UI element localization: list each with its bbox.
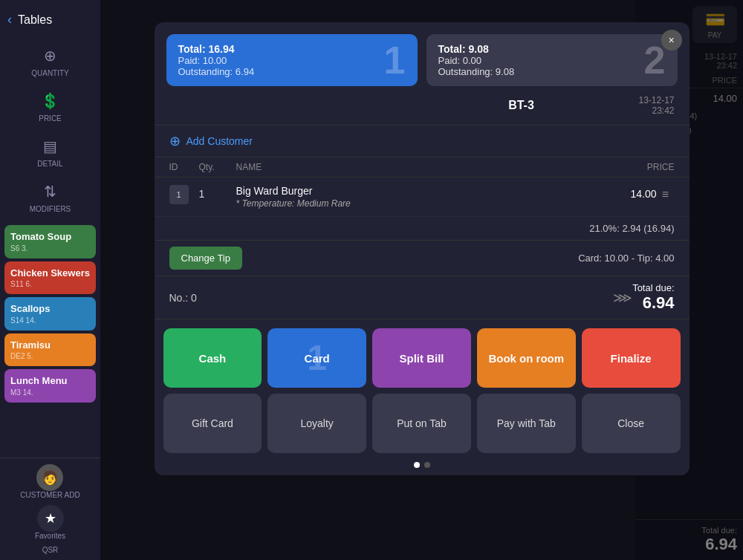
menu-item-tiramisu[interactable]: Tiramisu DE2 5.: [4, 333, 96, 367]
menu-item-scallops[interactable]: Scallops S14 14.: [4, 297, 96, 331]
close-icon: ×: [668, 34, 674, 46]
dot-1[interactable]: [414, 462, 420, 468]
customer-add-button[interactable]: 🧑 CUSTOMER ADD: [20, 464, 80, 499]
row-id-cell: 1: [169, 185, 199, 204]
row-menu-icon[interactable]: ≡: [657, 185, 675, 201]
split-tabs: Total: 16.94 Paid: 10.00 Outstanding: 6.…: [155, 22, 690, 86]
sidebar-bottom: 🧑 CUSTOMER ADD ★ Favorites QSR: [0, 458, 100, 560]
customer-add-label: CUSTOMER ADD: [20, 491, 80, 499]
tab2-total: Total: 9.08: [438, 43, 666, 55]
menu-items-list: Tomato Soup S6 3. Chicken Skewers S11 6.…: [0, 222, 100, 458]
order-id: BT-3: [403, 99, 638, 112]
put-on-tab-button[interactable]: Put on Tab: [372, 394, 471, 453]
card-tip-info: Card: 10.00 - Tip: 4.00: [578, 253, 674, 264]
change-tip-button[interactable]: Change Tip: [169, 247, 243, 270]
add-customer-button[interactable]: ⊕ Add Customer: [155, 126, 690, 157]
tab2-paid: Paid: 0.00: [438, 55, 666, 66]
finalize-button[interactable]: Finalize: [582, 328, 681, 388]
header-qty: Qty.: [199, 162, 236, 172]
sidebar-header[interactable]: ‹ Tables: [0, 0, 100, 36]
modifiers-label: MODIFIERS: [30, 205, 71, 213]
menu-item-meta: M3 14.: [10, 388, 90, 397]
tab1-outstanding: Outstanding: 6.94: [178, 66, 406, 77]
payment-grid-row1: Cash 1 Card Split Bill Book on room Fina…: [155, 319, 690, 394]
menu-item-meta: S6 3.: [10, 244, 90, 253]
pagination-dots: [155, 459, 690, 475]
menu-item-chicken-skewers[interactable]: Chicken Skewers S11 6.: [4, 261, 96, 295]
header-name: NAME: [236, 162, 615, 172]
no-row: No.: 0 ⋙ Total due: 6.94: [155, 276, 690, 319]
tab1-total: Total: 16.94: [178, 43, 406, 55]
row-price-cell: 14.00: [597, 185, 657, 200]
cash-label: Cash: [199, 352, 227, 365]
loyalty-label: Loyalty: [301, 417, 334, 429]
order-item-row[interactable]: 1 1 Big Ward Burger * Temperature: Mediu…: [155, 178, 690, 217]
menu-item-name: Lunch Menu: [10, 375, 90, 387]
quantity-icon: ⊕: [40, 45, 61, 66]
tool-quantity[interactable]: ⊕ QUANTITY: [4, 39, 96, 83]
split-bill-button[interactable]: Split Bill: [372, 328, 471, 388]
book-on-room-label: Book on room: [488, 352, 564, 365]
close-button[interactable]: Close: [582, 394, 681, 453]
pay-with-tab-label: Pay with Tab: [497, 417, 556, 429]
loyalty-button[interactable]: Loyalty: [267, 394, 366, 453]
card-label: Card: [305, 352, 330, 365]
split-bill-label: Split Bill: [399, 352, 444, 365]
item-name: Big Ward Burger: [236, 185, 597, 197]
favorites-label: Favorites: [35, 532, 65, 540]
order-timestamp: 13-12-1723:42: [638, 95, 674, 116]
split-tab-1[interactable]: Total: 16.94 Paid: 10.00 Outstanding: 6.…: [166, 34, 418, 86]
sidebar: ‹ Tables ⊕ QUANTITY 💲 PRICE ▤ DETAIL ⇅ M…: [0, 0, 100, 560]
favorites-star-icon: ★: [37, 505, 64, 532]
price-label: PRICE: [39, 114, 62, 123]
modal-close-button[interactable]: ×: [661, 30, 682, 51]
put-on-tab-label: Put on Tab: [397, 417, 447, 429]
tab1-number: 1: [384, 41, 406, 79]
order-header: BT-3 13-12-1723:42: [155, 86, 690, 126]
modal-overlay: × Total: 16.94 Paid: 10.00 Outstanding: …: [100, 0, 743, 560]
split-tab-2[interactable]: Total: 9.08 Paid: 0.00 Outstanding: 9.08…: [426, 34, 678, 86]
menu-item-tomato-soup[interactable]: Tomato Soup S6 3.: [4, 225, 96, 258]
menu-item-meta: DE2 5.: [10, 352, 90, 360]
menu-item-name: Scallops: [10, 303, 90, 315]
detail-icon: ▤: [40, 136, 61, 157]
detail-label: DETAIL: [37, 160, 62, 168]
main-area: 💳 PAY 13-12-1723:42 Course PRICE 14.00 %…: [100, 0, 743, 560]
menu-item-meta: S11 6.: [10, 280, 90, 288]
table-header: ID Qty. NAME PRICE: [155, 157, 690, 178]
tab2-number: 2: [644, 41, 666, 79]
add-customer-label: Add Customer: [186, 135, 253, 147]
favorites-button[interactable]: ★ Favorites: [35, 505, 65, 540]
modifiers-icon: ⇅: [40, 181, 61, 202]
tool-modifiers[interactable]: ⇅ MODIFIERS: [4, 175, 96, 219]
tool-price[interactable]: 💲 PRICE: [4, 85, 96, 128]
double-chevron-icon: ⋙: [613, 290, 632, 306]
cash-button[interactable]: Cash: [163, 328, 262, 388]
tip-row: Change Tip Card: 10.00 - Tip: 4.00: [155, 241, 690, 276]
tab1-paid: Paid: 10.00: [178, 55, 406, 66]
back-arrow-icon: ‹: [7, 12, 12, 27]
dot-2[interactable]: [424, 462, 430, 468]
payment-modal: × Total: 16.94 Paid: 10.00 Outstanding: …: [155, 22, 690, 475]
customer-avatar: 🧑: [36, 464, 63, 491]
header-id: ID: [169, 162, 199, 172]
tool-detail[interactable]: ▤ DETAIL: [4, 130, 96, 174]
sidebar-title: Tables: [18, 13, 52, 27]
row-name-col: Big Ward Burger * Temperature: Medium Ra…: [236, 185, 597, 209]
tab2-outstanding: Outstanding: 9.08: [438, 66, 666, 77]
book-on-room-button[interactable]: Book on room: [477, 328, 576, 388]
tax-line: 21.0%: 2.94 (16.94): [155, 217, 690, 241]
gift-card-label: Gift Card: [192, 417, 233, 429]
menu-item-name: Chicken Skewers: [10, 267, 90, 279]
close-label: Close: [617, 417, 644, 429]
menu-item-lunch-menu[interactable]: Lunch Menu M3 14.: [4, 369, 96, 403]
menu-item-name: Tomato Soup: [10, 231, 90, 243]
pay-with-tab-button[interactable]: Pay with Tab: [477, 394, 576, 453]
card-button[interactable]: 1 Card: [267, 328, 366, 388]
add-customer-icon: ⊕: [169, 133, 181, 149]
gift-card-button[interactable]: Gift Card: [163, 394, 262, 453]
quantity-label: QUANTITY: [31, 69, 69, 77]
sidebar-tools: ⊕ QUANTITY 💲 PRICE ▤ DETAIL ⇅ MODIFIERS: [0, 36, 100, 222]
menu-item-name: Tiramisu: [10, 339, 90, 351]
price-icon: 💲: [40, 91, 61, 111]
